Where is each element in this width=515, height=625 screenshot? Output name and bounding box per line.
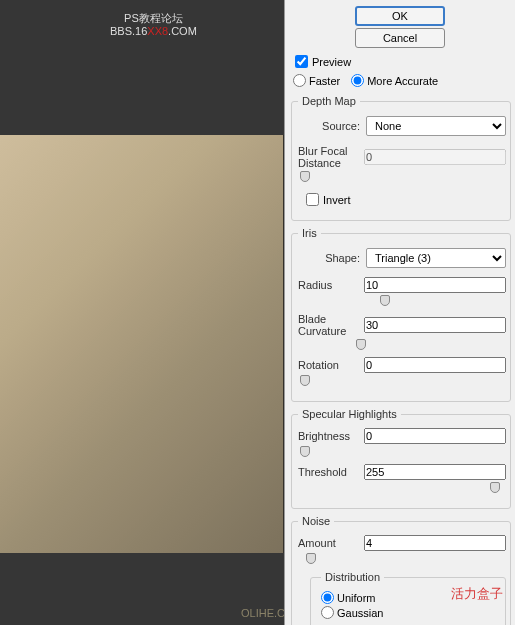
amount-label: Amount bbox=[298, 537, 336, 549]
watermark-text: PS教程论坛 BBS.16XX8.COM bbox=[110, 12, 197, 38]
preview-image bbox=[0, 135, 284, 553]
invert-row: Invert bbox=[298, 189, 506, 212]
blade-label: Blade Curvature bbox=[298, 313, 364, 337]
brightness-slider[interactable] bbox=[300, 446, 500, 458]
threshold-input[interactable] bbox=[364, 464, 506, 480]
shape-label: Shape: bbox=[298, 252, 360, 264]
ok-button[interactable]: OK bbox=[355, 6, 445, 26]
source-label: Source: bbox=[298, 120, 360, 132]
cancel-button[interactable]: Cancel bbox=[355, 28, 445, 48]
threshold-row: Threshold bbox=[298, 464, 506, 480]
preview-row: Preview bbox=[285, 52, 515, 71]
accurate-radio[interactable] bbox=[351, 74, 364, 87]
blur-focal-slider bbox=[300, 171, 500, 183]
blur-focal-label: Blur Focal Distance bbox=[298, 145, 364, 169]
preview-checkbox[interactable] bbox=[295, 55, 308, 68]
button-row: OK Cancel bbox=[285, 0, 515, 52]
rotation-row: Rotation bbox=[298, 357, 506, 373]
noise-legend: Noise bbox=[298, 515, 334, 527]
watermark-line1: PS教程论坛 bbox=[110, 12, 197, 25]
dialog-panel: OK Cancel Preview Faster More Accurate D… bbox=[284, 0, 515, 625]
quality-row: Faster More Accurate bbox=[285, 71, 515, 93]
amount-slider[interactable] bbox=[300, 553, 500, 565]
shape-field: Shape: Triangle (3) bbox=[298, 248, 506, 268]
radius-slider[interactable] bbox=[300, 295, 500, 307]
blur-focal-input bbox=[364, 149, 506, 165]
noise-fieldset: Noise Amount Distribution Uniform Gaussi… bbox=[291, 515, 511, 625]
gaussian-label: Gaussian bbox=[337, 607, 383, 619]
blur-focal-row: Blur Focal Distance bbox=[298, 145, 506, 169]
radius-input[interactable] bbox=[364, 277, 506, 293]
preview-label: Preview bbox=[312, 56, 351, 68]
invert-checkbox[interactable] bbox=[306, 193, 319, 206]
blade-row: Blade Curvature bbox=[298, 313, 506, 337]
shape-select[interactable]: Triangle (3) bbox=[366, 248, 506, 268]
rotation-slider[interactable] bbox=[300, 375, 500, 387]
specular-fieldset: Specular Highlights Brightness Threshold bbox=[291, 408, 511, 509]
invert-label: Invert bbox=[323, 194, 351, 206]
amount-input[interactable] bbox=[364, 535, 506, 551]
gaussian-radio[interactable] bbox=[321, 606, 334, 619]
rotation-label: Rotation bbox=[298, 359, 339, 371]
brightness-label: Brightness bbox=[298, 430, 350, 442]
uniform-radio[interactable] bbox=[321, 591, 334, 604]
gaussian-option: Gaussian bbox=[321, 606, 499, 619]
depth-map-legend: Depth Map bbox=[298, 95, 360, 107]
radius-row: Radius bbox=[298, 277, 506, 293]
depth-map-fieldset: Depth Map Source: None Blur Focal Distan… bbox=[291, 95, 511, 221]
source-field: Source: None bbox=[298, 116, 506, 136]
distribution-legend: Distribution bbox=[321, 571, 384, 583]
iris-legend: Iris bbox=[298, 227, 321, 239]
source-select[interactable]: None bbox=[366, 116, 506, 136]
threshold-slider[interactable] bbox=[300, 482, 500, 494]
blade-input[interactable] bbox=[364, 317, 506, 333]
brand-watermark: 活力盒子 bbox=[451, 585, 503, 603]
brightness-row: Brightness bbox=[298, 428, 506, 444]
faster-label: Faster bbox=[309, 75, 340, 87]
blade-slider[interactable] bbox=[300, 339, 500, 351]
accurate-label: More Accurate bbox=[367, 75, 438, 87]
threshold-label: Threshold bbox=[298, 466, 347, 478]
watermark-line2: BBS.16XX8.COM bbox=[110, 25, 197, 38]
specular-legend: Specular Highlights bbox=[298, 408, 401, 420]
radius-label: Radius bbox=[298, 279, 332, 291]
iris-fieldset: Iris Shape: Triangle (3) Radius Blade Cu… bbox=[291, 227, 511, 402]
amount-row: Amount bbox=[298, 535, 506, 551]
uniform-label: Uniform bbox=[337, 592, 376, 604]
faster-radio[interactable] bbox=[293, 74, 306, 87]
olihe-watermark: OLIHE.C bbox=[241, 607, 285, 619]
rotation-input[interactable] bbox=[364, 357, 506, 373]
brightness-input[interactable] bbox=[364, 428, 506, 444]
